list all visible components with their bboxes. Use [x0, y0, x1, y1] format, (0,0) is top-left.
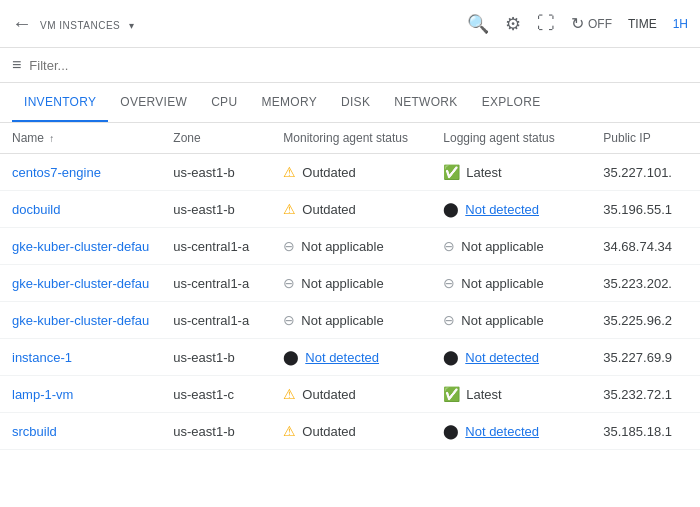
- instance-name-link[interactable]: lamp-1-vm: [12, 387, 73, 402]
- time-label[interactable]: TIME: [628, 17, 657, 31]
- instance-name-link[interactable]: docbuild: [12, 202, 60, 217]
- logging-status-icon: ✅: [443, 164, 460, 180]
- cell-name: srcbuild: [0, 413, 161, 450]
- table-row: gke-kuber-cluster-defauus-central1-a⊖Not…: [0, 265, 700, 302]
- topbar: ← VM INSTANCES ▾ 🔍 ⚙ ⛶ ↻ OFF TIME 1H: [0, 0, 700, 48]
- filter-icon: ≡: [12, 56, 21, 74]
- cell-logging: ⊖Not applicable: [431, 302, 591, 339]
- instances-table: Name ↑ Zone Monitoring agent status Logg…: [0, 123, 700, 450]
- monitoring-status-text: Not applicable: [301, 276, 383, 291]
- cell-logging: ✅Latest: [431, 154, 591, 191]
- tab-disk[interactable]: DISK: [329, 82, 382, 122]
- monitoring-status-text[interactable]: Not detected: [305, 350, 379, 365]
- logging-status-icon: ⬤: [443, 423, 459, 439]
- cell-name: instance-1: [0, 339, 161, 376]
- cell-logging: ⊖Not applicable: [431, 265, 591, 302]
- cell-zone: us-east1-b: [161, 339, 271, 376]
- instance-name-link[interactable]: centos7-engine: [12, 165, 101, 180]
- col-header-logging[interactable]: Logging agent status: [431, 123, 591, 154]
- cell-zone: us-central1-a: [161, 302, 271, 339]
- table-row: centos7-engineus-east1-b⚠Outdated✅Latest…: [0, 154, 700, 191]
- cell-name: gke-kuber-cluster-defau: [0, 265, 161, 302]
- logging-status-icon: ⊖: [443, 275, 455, 291]
- table-row: docbuildus-east1-b⚠Outdated⬤Not detected…: [0, 191, 700, 228]
- instance-name-link[interactable]: gke-kuber-cluster-defau: [12, 276, 149, 291]
- logging-status-text[interactable]: Not detected: [465, 202, 539, 217]
- cell-monitoring: ⚠Outdated: [271, 413, 431, 450]
- fullscreen-icon[interactable]: ⛶: [537, 13, 555, 34]
- table-row: gke-kuber-cluster-defauus-central1-a⊖Not…: [0, 302, 700, 339]
- cell-zone: us-east1-c: [161, 376, 271, 413]
- dropdown-icon[interactable]: ▾: [129, 20, 135, 31]
- tab-memory[interactable]: MEMORY: [249, 82, 329, 122]
- cell-monitoring: ⚠Outdated: [271, 154, 431, 191]
- cell-monitoring: ⊖Not applicable: [271, 228, 431, 265]
- page-title: VM INSTANCES ▾: [40, 16, 459, 32]
- tab-inventory[interactable]: INVENTORY: [12, 82, 108, 122]
- logging-status-icon: ⬤: [443, 201, 459, 217]
- col-header-name[interactable]: Name ↑: [0, 123, 161, 154]
- cell-logging: ⬤Not detected: [431, 339, 591, 376]
- cell-ip: 35.196.55.1: [591, 191, 700, 228]
- cell-monitoring: ⬤Not detected: [271, 339, 431, 376]
- logging-status-icon: ⊖: [443, 312, 455, 328]
- settings-icon[interactable]: ⚙: [505, 13, 521, 35]
- back-button[interactable]: ←: [12, 12, 32, 35]
- monitoring-status-icon: ⚠: [283, 201, 296, 217]
- cell-monitoring: ⊖Not applicable: [271, 265, 431, 302]
- filter-input[interactable]: [29, 58, 688, 73]
- logging-status-text[interactable]: Not detected: [465, 350, 539, 365]
- cell-name: gke-kuber-cluster-defau: [0, 302, 161, 339]
- monitoring-status-icon: ⊖: [283, 275, 295, 291]
- cell-name: centos7-engine: [0, 154, 161, 191]
- monitoring-status-text: Not applicable: [301, 239, 383, 254]
- cell-logging: ✅Latest: [431, 376, 591, 413]
- monitoring-status-icon: ⊖: [283, 312, 295, 328]
- cell-name: lamp-1-vm: [0, 376, 161, 413]
- cell-logging: ⊖Not applicable: [431, 228, 591, 265]
- logging-status-icon: ⬤: [443, 349, 459, 365]
- cell-ip: 35.225.96.2: [591, 302, 700, 339]
- cell-ip: 35.227.101.: [591, 154, 700, 191]
- monitoring-status-text: Outdated: [302, 165, 356, 180]
- monitoring-status-icon: ⊖: [283, 238, 295, 254]
- tabs: INVENTORY OVERVIEW CPU MEMORY DISK NETWO…: [0, 83, 700, 123]
- cell-ip: 35.185.18.1: [591, 413, 700, 450]
- table-row: gke-kuber-cluster-defauus-central1-a⊖Not…: [0, 228, 700, 265]
- cell-zone: us-east1-b: [161, 154, 271, 191]
- tab-cpu[interactable]: CPU: [199, 82, 249, 122]
- table-container: Name ↑ Zone Monitoring agent status Logg…: [0, 123, 700, 498]
- instance-name-link[interactable]: srcbuild: [12, 424, 57, 439]
- cell-logging: ⬤Not detected: [431, 191, 591, 228]
- monitoring-status-text: Outdated: [302, 202, 356, 217]
- cell-monitoring: ⚠Outdated: [271, 376, 431, 413]
- logging-status-text: Not applicable: [461, 313, 543, 328]
- logging-status-text[interactable]: Not detected: [465, 424, 539, 439]
- cell-monitoring: ⚠Outdated: [271, 191, 431, 228]
- refresh-label: OFF: [588, 17, 612, 31]
- table-header-row: Name ↑ Zone Monitoring agent status Logg…: [0, 123, 700, 154]
- instance-name-link[interactable]: instance-1: [12, 350, 72, 365]
- col-header-ip[interactable]: Public IP: [591, 123, 700, 154]
- col-header-monitoring[interactable]: Monitoring agent status: [271, 123, 431, 154]
- monitoring-status-text: Outdated: [302, 387, 356, 402]
- logging-status-text: Not applicable: [461, 276, 543, 291]
- sort-arrow-name: ↑: [49, 133, 54, 144]
- col-header-zone[interactable]: Zone: [161, 123, 271, 154]
- monitoring-status-text: Outdated: [302, 424, 356, 439]
- cell-ip: 35.227.69.9: [591, 339, 700, 376]
- search-icon[interactable]: 🔍: [467, 13, 489, 35]
- tab-overview[interactable]: OVERVIEW: [108, 82, 199, 122]
- monitoring-status-icon: ⚠: [283, 423, 296, 439]
- duration-label[interactable]: 1H: [673, 17, 688, 31]
- logging-status-text: Latest: [466, 165, 501, 180]
- monitoring-status-icon: ⚠: [283, 386, 296, 402]
- instance-name-link[interactable]: gke-kuber-cluster-defau: [12, 239, 149, 254]
- tab-explore[interactable]: EXPLORE: [470, 82, 553, 122]
- cell-logging: ⬤Not detected: [431, 413, 591, 450]
- cell-ip: 34.68.74.34: [591, 228, 700, 265]
- refresh-control[interactable]: ↻ OFF: [571, 14, 612, 33]
- instance-name-link[interactable]: gke-kuber-cluster-defau: [12, 313, 149, 328]
- cell-zone: us-east1-b: [161, 413, 271, 450]
- tab-network[interactable]: NETWORK: [382, 82, 469, 122]
